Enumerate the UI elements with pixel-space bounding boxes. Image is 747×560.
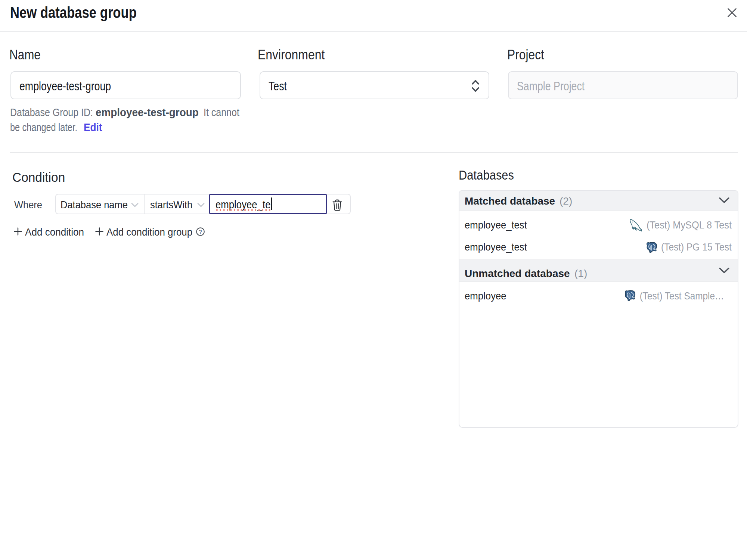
svg-text:?: ? <box>199 228 202 235</box>
